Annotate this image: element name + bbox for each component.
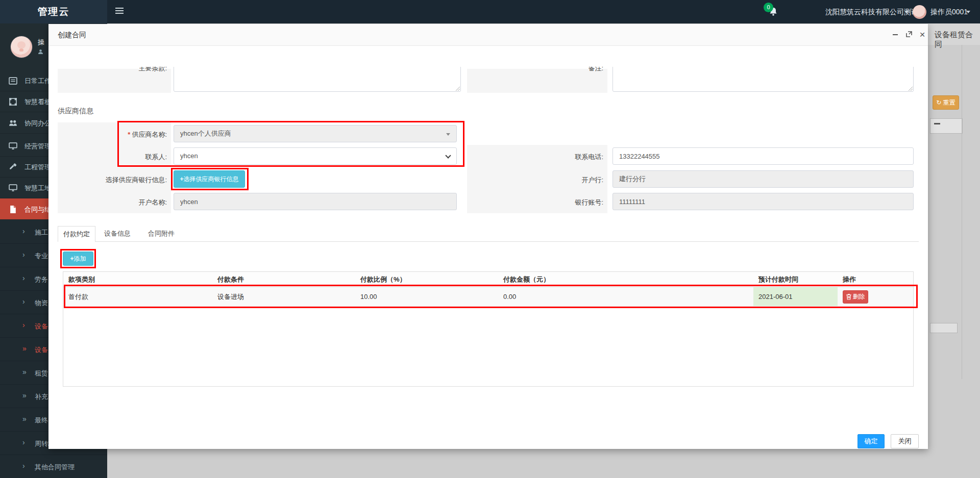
top-navbar: 管理云 0 沈阳慧筑云科技有限公司测试 操作员0001 <box>0 0 980 23</box>
bank-account-input <box>612 193 914 210</box>
tab-contract-attachment[interactable]: 合同附件 <box>141 226 182 242</box>
team-icon <box>9 119 17 128</box>
bank-branch-input <box>612 170 914 188</box>
chevron-right-icon: › <box>22 438 25 446</box>
account-name-label: 开户名称: <box>58 198 167 207</box>
minimize-icon[interactable] <box>891 31 900 40</box>
tab-payment-agreement[interactable]: 付款约定 <box>58 226 95 242</box>
bank-account-label: 银行账号: <box>467 198 603 207</box>
add-row-button[interactable]: +添加 <box>63 251 93 266</box>
bank-select-label: 选择供应商银行信息: <box>58 175 167 185</box>
monitor-icon <box>9 184 17 192</box>
create-contract-modal: 创建合同 × 主要条款: 备注: 供应商信息 *供应商名称: yhcen个人供应… <box>48 24 928 449</box>
select-bank-info-button[interactable]: +选择供应商银行信息 <box>174 170 245 188</box>
confirm-button[interactable]: 确定 <box>857 434 885 448</box>
monitor-icon <box>9 142 17 150</box>
double-chevron-icon: » <box>22 391 27 399</box>
delete-row-button[interactable]: 删除 <box>843 290 868 304</box>
user-avatar <box>10 36 33 58</box>
phone-input[interactable] <box>612 147 914 165</box>
panel-divider <box>962 45 962 379</box>
plus-icon: + <box>70 255 74 262</box>
required-asterisk: * <box>128 131 130 138</box>
notification-badge: 0 <box>764 3 773 12</box>
col-header: 付款条件 <box>212 272 355 287</box>
cell-ratio: 10.00 <box>355 287 498 306</box>
supplier-name-select: yhcen个人供应商 <box>174 125 457 142</box>
user-avatar-small <box>913 5 926 19</box>
chevron-right-icon: › <box>22 274 25 282</box>
payment-table: 款项类别 付款条件 付款比例（%） 付款金额（元） 预计付款时间 操作 首付款 … <box>63 271 914 387</box>
col-header: 操作 <box>838 272 913 287</box>
trash-icon <box>846 294 851 300</box>
chevron-down-icon <box>904 11 909 13</box>
close-button[interactable]: 关闭 <box>891 434 919 448</box>
notification-bell[interactable]: 0 <box>769 6 778 18</box>
refresh-icon: ↻ <box>936 99 941 106</box>
col-header: 预计付款时间 <box>753 272 838 287</box>
background-panel <box>930 118 963 134</box>
double-chevron-icon: » <box>22 415 27 423</box>
maximize-icon[interactable] <box>904 31 914 40</box>
col-header: 款项类别 <box>63 272 212 287</box>
cell-condition: 设备进场 <box>212 287 355 306</box>
close-icon[interactable]: × <box>918 31 927 40</box>
dashboard-icon <box>9 97 17 106</box>
app-logo: 管理云 <box>0 0 107 23</box>
modal-title: 创建合同 <box>58 31 86 40</box>
chevron-down-icon <box>445 153 451 158</box>
plus-icon: + <box>180 175 183 183</box>
remark-label: 备注: <box>467 67 603 73</box>
col-header: 付款金额（元） <box>498 272 753 287</box>
tab-equipment-info[interactable]: 设备信息 <box>97 226 138 242</box>
account-name-input <box>174 193 457 210</box>
document-icon <box>9 205 17 214</box>
tab-divider <box>58 241 919 242</box>
remark-textarea[interactable] <box>612 67 914 92</box>
page-title: 设备租赁合同 <box>935 30 980 49</box>
chevron-right-icon: › <box>22 250 25 259</box>
table-header-row: 款项类别 付款条件 付款比例（%） 付款金额（元） 预计付款时间 操作 <box>63 272 913 287</box>
sidebar-subitem-other-contracts[interactable]: ›其他合同管理 <box>0 455 107 478</box>
main-terms-label: 主要条款: <box>58 67 167 73</box>
cell-amount: 0.00 <box>498 287 753 306</box>
chevron-down-icon <box>966 11 970 13</box>
main-terms-textarea[interactable] <box>174 67 461 92</box>
list-icon <box>9 77 17 85</box>
caret-down-icon <box>446 133 450 136</box>
contact-select[interactable]: yhcen <box>174 147 457 165</box>
table-row: 首付款 设备进场 10.00 0.00 2021-06-01 删除 <box>63 287 913 307</box>
background-panel <box>930 323 958 333</box>
reset-button[interactable]: ↻ 重置 <box>933 95 959 110</box>
contact-label: 联系人: <box>58 153 167 162</box>
supplier-section-title: 供应商信息 <box>58 107 93 116</box>
cell-category: 首付款 <box>63 287 212 306</box>
col-header: 付款比例（%） <box>355 272 498 287</box>
chevron-right-icon: › <box>22 227 25 235</box>
modal-header: 创建合同 × <box>48 24 928 46</box>
hamburger-menu-icon[interactable] <box>115 8 124 14</box>
phone-label: 联系电话: <box>467 153 603 162</box>
chevron-right-icon: › <box>22 297 25 306</box>
bank-branch-label: 开户行: <box>467 175 603 185</box>
chevron-right-icon: › <box>22 462 25 470</box>
double-chevron-icon: » <box>22 368 27 376</box>
supplier-name-label: *供应商名称: <box>58 130 167 139</box>
sidebar-user-name: 操 <box>38 38 44 47</box>
double-chevron-icon: » <box>22 344 27 353</box>
tools-icon <box>9 163 17 171</box>
chevron-right-icon: › <box>22 321 25 329</box>
user-menu[interactable]: 操作员0001 <box>930 7 968 17</box>
cell-expected-date[interactable]: 2021-06-01 <box>753 287 838 306</box>
person-icon <box>38 49 43 55</box>
scrolled-form-row: 主要条款: 备注: <box>48 67 928 97</box>
cell-actions: 删除 <box>838 287 913 306</box>
